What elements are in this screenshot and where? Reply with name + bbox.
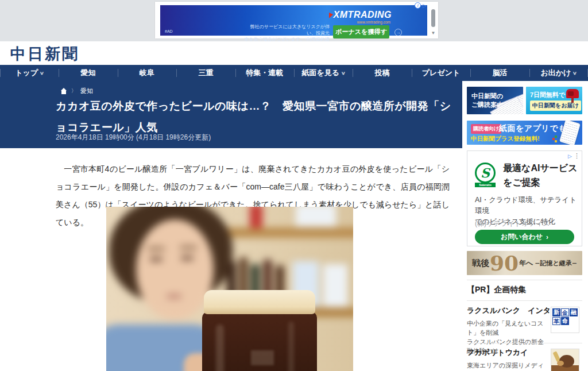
pr-item-fukabori[interactable]: フカボリトウカイ 東海エリアの深掘りメディア 「フカボリトウカイ」 (467, 347, 582, 371)
ad-replay-icon[interactable]: → (394, 29, 402, 36)
free-trial-banner[interactable]: 7日間無料で 中日新聞をお届け (526, 87, 582, 114)
chevron-right-icon: › (546, 233, 548, 241)
article-title: カカオ豆の外皮で作ったビールの味は…？ 愛知県一宮市の醸造所が開発「ショコラエー… (56, 95, 453, 138)
sateraito-logo: S (475, 163, 496, 183)
ad-info-icon[interactable]: i (415, 2, 421, 9)
nav-brain[interactable]: 脳活 (470, 65, 529, 81)
article-photo (106, 207, 353, 371)
adchoices-icon[interactable]: ▷ (423, 3, 427, 9)
top-ad-strip: #AD XMTRADING www.xmtrading.com 弊社のサービスに… (0, 0, 588, 41)
breadcrumb-section[interactable]: 愛知 (80, 87, 93, 95)
nav-aichi[interactable]: 愛知 (59, 65, 117, 81)
xmtrading-logo: XMTRADING (329, 10, 392, 20)
subscriber-badge: 購読者向け (471, 124, 501, 134)
ad-scrollbar-thumb[interactable] (431, 9, 435, 27)
article-date: 2026年4月18日 19時00分 (4月18日 19時26分更新) (56, 133, 211, 142)
ad-cta-button[interactable]: ボーナスを獲得する (333, 25, 389, 38)
chevron-down-icon: ∨ (341, 71, 346, 76)
breadcrumb-separator: 〉 (71, 87, 76, 95)
nav-mie[interactable]: 三重 (176, 65, 235, 81)
ai-service-ad-card[interactable]: ▷ ⋮ S Sateraito 最適なAIサービス をご提案 AI・クラウド環境… (467, 150, 582, 246)
article-header: 〉 愛知 カカオ豆の外皮で作ったビールの味は…？ 愛知県一宮市の醸造所が開発「シ… (0, 81, 462, 148)
subscription-banner[interactable]: 中日新聞の ご購読案内 (467, 87, 523, 114)
xmtrading-ad[interactable]: #AD XMTRADING www.xmtrading.com 弊社のサービスに… (160, 5, 427, 36)
nav-paper[interactable]: 紙面を見る ∨ (294, 65, 353, 81)
photo-beer-glass (202, 290, 317, 371)
nav-gifu[interactable]: 岐阜 (118, 65, 176, 81)
plus-icon (552, 136, 559, 142)
site-logo[interactable]: 中日新聞 (10, 44, 79, 64)
mole-thumbnail (551, 349, 579, 371)
ad-card-title: 最適なAIサービス をご提案 (503, 161, 578, 190)
breadcrumb: 〉 愛知 (60, 87, 93, 95)
chevron-down-icon: ∨ (572, 71, 577, 76)
site-header: 中日新聞 ? ヘルプ ⚙ 設定 検索 会員登録 ログイン (0, 41, 588, 65)
display-ad-frame: #AD XMTRADING www.xmtrading.com 弊社のサービスに… (155, 2, 438, 38)
war90-banner[interactable]: 戦後 90 年へ −記憶と継承− (467, 251, 582, 275)
app-banner[interactable]: 購読者向け 紙面をアプリでも 中日新聞プラス登録無料! (467, 121, 582, 145)
home-icon[interactable] (60, 88, 67, 94)
nav-top[interactable]: トップ ∨ (0, 65, 59, 81)
nav-post[interactable]: 投稿 (353, 65, 411, 81)
chevron-down-icon: ∨ (40, 71, 44, 76)
ad-scrollbar[interactable]: ▼ (430, 9, 436, 36)
mailbox-icon (566, 89, 579, 98)
finance-thumbnail: 新 金 融 革 命 (551, 307, 579, 333)
pr-section-heading: 【PR】企画特集 (467, 285, 526, 295)
nav-features[interactable]: 特集・連載 (235, 65, 294, 81)
menu-dots-icon[interactable]: ⋮ (574, 152, 580, 160)
sidebar: 中日新聞の ご購読案内 7日間無料で 中日新聞をお届け 購読者向け 紙面をアプリ… (462, 81, 588, 371)
ad-card-advertiser: (株)サテライトオフィス (475, 219, 550, 229)
main-nav: トップ ∨ 愛知 岐阜 三重 特集・連載 紙面を見る ∨ 投稿 プレゼント 脳活… (0, 65, 588, 81)
ad-label: #AD (165, 29, 173, 33)
contact-button[interactable]: お問い合わせ › (475, 230, 574, 244)
logo-arrow-icon (329, 11, 333, 18)
scroll-down-icon[interactable]: ▼ (430, 30, 436, 36)
adchoices-icon[interactable]: ▷ (568, 153, 572, 159)
nav-outing[interactable]: お出かけ ∨ (529, 65, 588, 81)
ad-website: www.xmtrading.com (357, 20, 390, 24)
nav-present[interactable]: プレゼント (412, 65, 470, 81)
